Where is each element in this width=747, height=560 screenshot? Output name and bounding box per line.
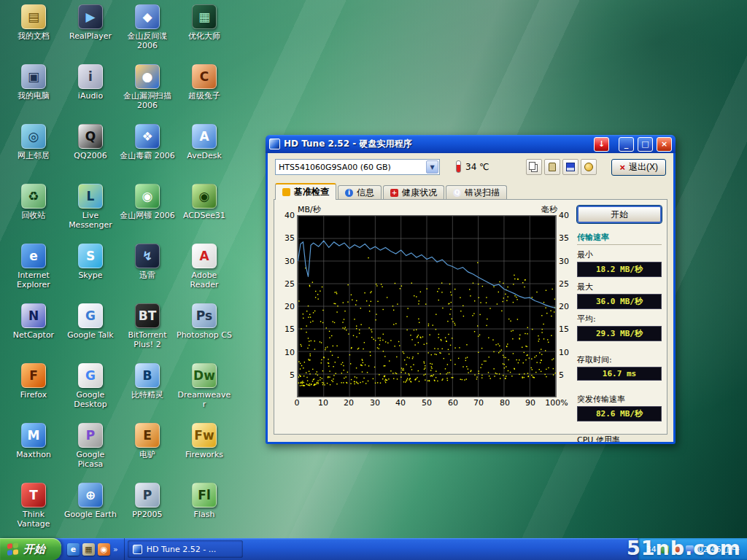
- desktop-icon-google-desktop[interactable]: GGoogle Desktop: [63, 363, 118, 409]
- skype-icon: S: [78, 244, 103, 268]
- minimize-button[interactable]: _: [619, 137, 634, 152]
- exit-label: 退出(X): [629, 161, 658, 174]
- tab-info[interactable]: i信息: [338, 185, 382, 199]
- info-icon: i: [345, 189, 353, 197]
- transfer-rate-section-title: 传输速率: [577, 232, 662, 245]
- fireworks-icon: Fw: [192, 423, 217, 448]
- tab-bar: 基准检查i信息+健康状况Q错误扫描: [275, 183, 507, 199]
- results-panel: 开始 传输速率 最小 18.2 MB/秒 最大 36.0 MB/秒 平均: 29…: [577, 206, 662, 442]
- desktop-icon-avedesk[interactable]: AAveDesk: [177, 124, 232, 160]
- desktop-icon-think-vantage[interactable]: TThink Vantage: [6, 483, 61, 529]
- desktop-icon-youhua-dashi[interactable]: ▦优化大师: [177, 4, 232, 41]
- network-places-icon: ◎: [21, 124, 46, 149]
- desktop-icon-adobe-reader[interactable]: AAdobe Reader: [177, 244, 232, 289]
- desktop-icon-label: PP2005: [120, 510, 175, 519]
- hdtune-app-icon: [269, 139, 280, 149]
- desktop-icon-label: Maxthon: [6, 450, 61, 459]
- desktop-icon-super-rabbit[interactable]: C超级兔子: [177, 64, 232, 101]
- quicklaunch-chevron-icon[interactable]: »: [113, 545, 118, 554]
- desktop-icon-qq2006[interactable]: QQQ2006: [63, 124, 118, 160]
- desktop-icon-netcaptor[interactable]: NNetCaptor: [6, 303, 61, 340]
- dreamweaver-icon: Dw: [192, 363, 217, 388]
- copy-button[interactable]: [526, 159, 542, 175]
- access-time-label: 存取时间:: [577, 354, 662, 365]
- y-left-axis-title: MB/秒: [298, 204, 321, 215]
- desktop-icon-firefox[interactable]: FFirefox: [6, 363, 61, 400]
- desktop-icon-kingsoft-scan[interactable]: ●金山漏洞扫描 2006: [120, 64, 175, 110]
- desktop-icon-my-computer[interactable]: ▣我的电脑: [6, 64, 61, 101]
- drive-select[interactable]: HTS541060G9SA00 (60 GB) ▼: [275, 159, 440, 175]
- avedesk-icon: A: [192, 124, 217, 149]
- hdtune-window: HD Tune 2.52 - 硬盘实用程序 ↓ _ □ × HTS541060G…: [266, 135, 676, 444]
- desktop-icon-fireworks[interactable]: FwFireworks: [177, 423, 232, 459]
- desktop-icon-label: Google Talk: [63, 330, 118, 340]
- desktop-icon-label: iAudio: [63, 91, 118, 101]
- desktop-icon-label: 我的文档: [6, 31, 61, 41]
- taskbar-task-hdtune[interactable]: HD Tune 2.52 - ...: [128, 540, 243, 558]
- titlebar[interactable]: HD Tune 2.52 - 硬盘实用程序 ↓ _ □ ×: [266, 135, 676, 153]
- desktop-icon-label: Internet Explorer: [6, 271, 61, 289]
- desktop-icon-kingsoft-netguard[interactable]: ◉金山网镖 2006: [120, 184, 175, 220]
- exit-button[interactable]: × 退出(X): [611, 159, 666, 176]
- benchmark-icon: [282, 188, 290, 196]
- desktop-icon-skype[interactable]: SSkype: [63, 244, 118, 280]
- desktop-icon-pp2005[interactable]: PPP2005: [120, 483, 175, 519]
- desktop-icon-label: Adobe Reader: [177, 271, 232, 289]
- save-screenshot-button[interactable]: [562, 159, 578, 175]
- recycle-bin-icon: ♻: [21, 184, 46, 209]
- desktop-icon-thunder[interactable]: ↯迅雷: [120, 244, 175, 280]
- desktop-icon-acdsee31[interactable]: ◉ACDSee31: [177, 184, 232, 220]
- think-vantage-icon: T: [21, 483, 46, 508]
- desktop-icon-label: Think Vantage: [6, 510, 61, 529]
- window-title: HD Tune 2.52 - 硬盘实用程序: [284, 138, 590, 150]
- desktop-icon-kingsoft-antispy[interactable]: ◆金山反间谍 2006: [120, 4, 175, 50]
- desktop-icon-my-documents[interactable]: ▤我的文档: [6, 4, 61, 41]
- toolbar: HTS541060G9SA00 (60 GB) ▼ 34 ℃ × 退出(X): [275, 159, 666, 176]
- desktop-icon-live-messenger[interactable]: LLive Messenger: [63, 184, 118, 230]
- quicklaunch-ie-icon[interactable]: e: [67, 543, 80, 556]
- desktop-icon-dreamweaver[interactable]: DwDreamweaver: [177, 363, 232, 409]
- desktop-icon-iaudio[interactable]: iiAudio: [63, 64, 118, 101]
- my-documents-icon: ▤: [21, 4, 46, 29]
- emule-icon: E: [135, 423, 160, 448]
- desktop-icon-google-earth[interactable]: ⊕Google Earth: [63, 483, 118, 519]
- desktop-icon-recycle-bin[interactable]: ♻回收站: [6, 184, 61, 220]
- iaudio-icon: i: [78, 64, 103, 89]
- desktop-icon-network-places[interactable]: ◎网上邻居: [6, 124, 61, 160]
- desktop-icon-label: Google Earth: [63, 510, 118, 519]
- tab-benchmark[interactable]: 基准检查: [275, 183, 336, 200]
- start-benchmark-button[interactable]: 开始: [577, 206, 662, 223]
- kingsoft-netguard-icon: ◉: [135, 184, 160, 209]
- clipboard-button[interactable]: [544, 159, 560, 175]
- desktop-icon-kingsoft-duba[interactable]: ❖金山毒霸 2006: [120, 124, 175, 160]
- quicklaunch-media-icon[interactable]: ◉: [98, 543, 110, 556]
- close-button[interactable]: ×: [657, 137, 672, 152]
- tab-health[interactable]: +健康状况: [383, 185, 444, 199]
- desktop-icon-maxthon[interactable]: MMaxthon: [6, 423, 61, 459]
- desktop-icon-google-talk[interactable]: GGoogle Talk: [63, 303, 118, 340]
- photoshop-cs-icon: Ps: [192, 303, 217, 328]
- kingsoft-duba-icon: ❖: [135, 124, 160, 149]
- internet-explorer-icon: e: [21, 244, 46, 268]
- desktop-icon-label: Google Desktop: [63, 390, 118, 409]
- desktop-icon-label: ACDSee31: [177, 211, 232, 220]
- start-button[interactable]: 开始: [0, 538, 61, 560]
- desktop-icon-label: Live Messenger: [63, 211, 118, 230]
- website-button[interactable]: [581, 159, 597, 175]
- desktop-icon-bitspirit[interactable]: B比特精灵: [120, 363, 175, 400]
- desktop-icon-internet-explorer[interactable]: eInternet Explorer: [6, 244, 61, 289]
- desktop-icon-google-picasa[interactable]: PGoogle Picasa: [63, 423, 118, 469]
- desktop-icon-flash[interactable]: FlFlash: [177, 483, 232, 519]
- maximize-button[interactable]: □: [638, 137, 653, 152]
- desktop-icon-label: 金山毒霸 2006: [120, 151, 175, 160]
- desktop-icon-bittorrent-plus[interactable]: BTBitTorrent Plus! 2: [120, 303, 175, 349]
- max-label: 最大: [577, 281, 662, 292]
- desktop-icon-photoshop-cs[interactable]: PsPhotoshop CS: [177, 303, 232, 340]
- hdtune-task-icon: [133, 545, 142, 554]
- desktop-icon-realplayer[interactable]: ▶RealPlayer: [63, 4, 118, 41]
- desktop-icon-emule[interactable]: E电驴: [120, 423, 175, 459]
- rollup-button[interactable]: ↓: [594, 137, 609, 152]
- tab-error-scan[interactable]: Q错误扫描: [446, 185, 507, 199]
- chevron-down-icon[interactable]: ▼: [426, 160, 438, 174]
- quicklaunch-show-desktop-icon[interactable]: ▦: [82, 543, 95, 556]
